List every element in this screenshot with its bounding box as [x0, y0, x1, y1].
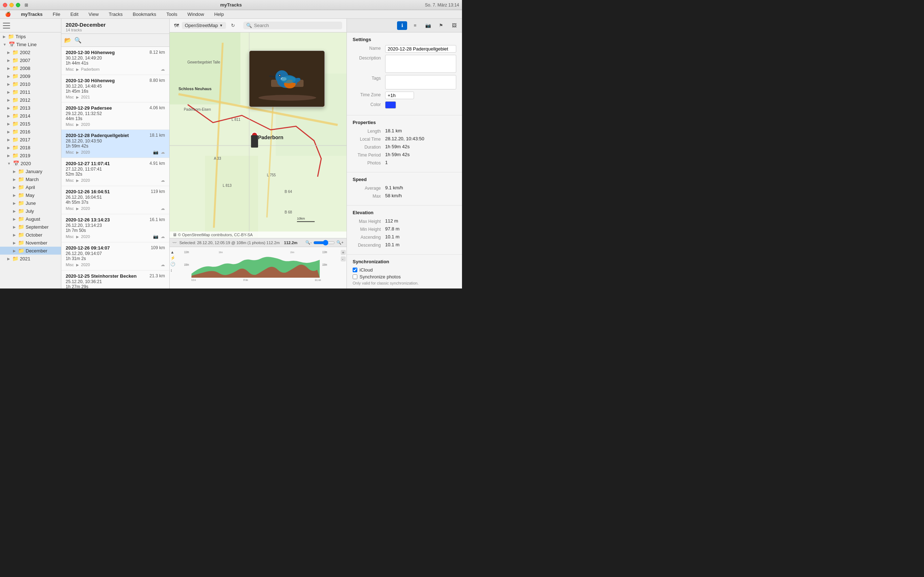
traffic-lights[interactable] — [3, 3, 20, 7]
details-tab-photos[interactable]: 🖼 — [449, 21, 459, 30]
close-button[interactable] — [3, 3, 7, 7]
map-icon: 🗺 — [174, 23, 179, 29]
search-input[interactable] — [254, 23, 339, 28]
sidebar-item-2002[interactable]: ▶ 📁 2002 — [0, 48, 61, 56]
search-icon[interactable]: 🔍 — [74, 37, 82, 44]
sidebar-item-2017[interactable]: ▶ 📁 2017 — [0, 135, 61, 143]
details-tab-flag[interactable]: ⚑ — [436, 21, 446, 30]
sidebar-item-2011[interactable]: ▶ 📁 2011 — [0, 88, 61, 96]
menu-window[interactable]: Window — [185, 11, 206, 18]
svg-text:18.1 km: 18.1 km — [315, 279, 321, 281]
zoom-out-icon[interactable]: 🔍- — [305, 240, 312, 245]
menu-edit[interactable]: Edit — [68, 11, 81, 18]
sidebar-item-label: August — [26, 216, 40, 222]
elev-icon[interactable]: ▲ — [170, 250, 175, 254]
zoom-out-button[interactable]: - — [341, 256, 346, 261]
sidebar-item-october[interactable]: ▶ 📁 October — [0, 231, 61, 239]
track-item-selected[interactable]: 2020-12-28 Paderquellgebiet 18.1 km 28.1… — [61, 130, 169, 158]
sidebar-item-june[interactable]: ▶ 📁 June — [0, 199, 61, 207]
trips-folder-icon: 📁 — [8, 34, 14, 39]
sidebar-item-2021[interactable]: ▶ 📁 2021 — [0, 255, 61, 263]
map-photo-image — [249, 51, 325, 107]
menu-help[interactable]: Help — [212, 11, 226, 18]
sidebar-item-2007[interactable]: ▶ 📁 2007 — [0, 56, 61, 64]
track-item[interactable]: 2020-12-30 Höhenweg 8.12 km 30.12.20, 14… — [61, 47, 169, 75]
menu-tracks[interactable]: Tracks — [107, 11, 125, 18]
zoom-in-button[interactable]: + — [341, 250, 346, 255]
may-folder-icon: 📁 — [18, 192, 24, 198]
sidebar-item-label: 2020 — [21, 161, 31, 166]
sidebar-item-2013[interactable]: ▶ 📁 2013 — [0, 104, 61, 112]
svg-text:Gewerbegebiet Talle: Gewerbegebiet Talle — [187, 60, 220, 64]
clock-icon[interactable]: 🕐 — [170, 262, 175, 266]
sidebar-item-timeline[interactable]: ▼ 📅 Time Line — [0, 40, 61, 48]
track-item[interactable]: 2020-12-26 13:14:23 16.1 km 26.12.20, 13… — [61, 214, 169, 242]
sidebar-item-2018[interactable]: ▶ 📁 2018 — [0, 143, 61, 152]
sidebar-item-2015[interactable]: ▶ 📁 2015 — [0, 120, 61, 128]
sidebar-item-label: July — [26, 208, 34, 214]
sidebar-item-april[interactable]: ▶ 📁 April — [0, 183, 61, 191]
track-item[interactable]: 2020-12-30 Höhenweg 8.80 km 30.12.20, 14… — [61, 75, 169, 102]
sidebar-toggle[interactable] — [3, 23, 10, 29]
sidebar-item-2010[interactable]: ▶ 📁 2010 — [0, 80, 61, 88]
details-tab-camera[interactable]: 📷 — [423, 21, 433, 30]
svg-text:110m: 110m — [184, 250, 189, 254]
folder-icon[interactable]: 📂 — [64, 37, 71, 44]
sidebar-item-2019[interactable]: ▶ 📁 2019 — [0, 152, 61, 160]
tz-input[interactable] — [385, 92, 414, 99]
sidebar-item-august[interactable]: ▶ 📁 August — [0, 215, 61, 223]
sidebar-item-march[interactable]: ▶ 📁 March — [0, 175, 61, 183]
track-item[interactable]: 2020-12-27 11:07:41 4.91 km 27.12.20, 11… — [61, 158, 169, 186]
ascending-value: 10.1 m — [385, 234, 456, 239]
map-area[interactable]: Gewerbegebiet Talle Schloss Neuhaus Pade… — [170, 32, 347, 238]
map-toolbar: 🗺 OpenStreetMap ▼ ↻ 🔍 — [170, 19, 347, 32]
track-item[interactable]: 2020-12-26 09:14:07 109 km 26.12.20, 09:… — [61, 242, 169, 271]
zoom-slider[interactable] — [313, 240, 335, 246]
track-dist: 109 km — [151, 245, 165, 250]
desc-label: Description — [353, 55, 385, 61]
sidebar-item-2020[interactable]: ▼ 📅 2020 — [0, 160, 61, 167]
sidebar-item-september[interactable]: ▶ 📁 September — [0, 223, 61, 231]
sidebar-item-2016[interactable]: ▶ 📁 2016 — [0, 128, 61, 135]
sidebar-item-label: December — [26, 248, 47, 253]
menu-apple[interactable]: 🍎 — [3, 11, 13, 18]
zoom-vertical-icon[interactable]: ↕ — [170, 268, 175, 272]
sidebar-item-2009[interactable]: ▶ 📁 2009 — [0, 72, 61, 80]
map-refresh-button[interactable]: ↻ — [229, 21, 237, 30]
sidebar-item-january[interactable]: ▶ 📁 January — [0, 167, 61, 175]
svg-text:0.0 m: 0.0 m — [192, 279, 196, 281]
details-tab-list[interactable]: ≡ — [410, 21, 420, 30]
name-input[interactable] — [385, 45, 456, 53]
sidebar-item-may[interactable]: ▶ 📁 May — [0, 191, 61, 199]
color-swatch[interactable] — [385, 102, 396, 108]
tag-arrow-icon: ▶ — [76, 95, 79, 99]
fullscreen-button[interactable] — [16, 3, 20, 7]
sidebar-toggle-icon[interactable]: ⊞ — [24, 3, 28, 8]
details-tab-info[interactable]: ℹ — [397, 21, 407, 30]
track-item[interactable]: 2020-12-29 Padersee 4.06 km 29.12.20, 11… — [61, 102, 169, 130]
map-source-selector[interactable]: OpenStreetMap ▼ — [182, 22, 226, 29]
minimize-button[interactable] — [10, 3, 14, 7]
track-time: 30.12.20, 14:49:20 — [66, 56, 165, 61]
menu-file[interactable]: File — [50, 11, 63, 18]
menu-mytracks[interactable]: myTracks — [19, 11, 45, 18]
search-bar[interactable]: 🔍 — [243, 22, 342, 29]
sidebar-item-2014[interactable]: ▶ 📁 2014 — [0, 112, 61, 120]
track-item[interactable]: 2020-12-26 16:04:51 119 km 26.12.20, 16:… — [61, 186, 169, 214]
sidebar-item-2008[interactable]: ▶ 📁 2008 — [0, 64, 61, 72]
sidebar-item-july[interactable]: ▶ 📁 July — [0, 207, 61, 215]
tags-area[interactable] — [385, 75, 456, 89]
zoom-in-icon[interactable]: 🔍+ — [336, 240, 344, 245]
sidebar-item-november[interactable]: ▶ 📁 November — [0, 239, 61, 247]
menu-view[interactable]: View — [86, 11, 101, 18]
menu-bookmarks[interactable]: Bookmarks — [131, 11, 158, 18]
menu-tools[interactable]: Tools — [164, 11, 179, 18]
speed-icon[interactable]: ⚡ — [170, 256, 175, 260]
icloud-checkbox[interactable] — [353, 268, 357, 272]
sidebar-item-2012[interactable]: ▶ 📁 2012 — [0, 96, 61, 104]
sidebar-item-december[interactable]: ▶ 📁 December — [0, 247, 61, 255]
track-item[interactable]: 2020-12-25 Steinhorster Becken 21.3 km 2… — [61, 271, 169, 288]
desc-textarea[interactable] — [385, 55, 456, 73]
sidebar-item-trips[interactable]: ▶ 📁 Trips — [0, 32, 61, 40]
syncphotos-checkbox[interactable] — [353, 274, 357, 279]
